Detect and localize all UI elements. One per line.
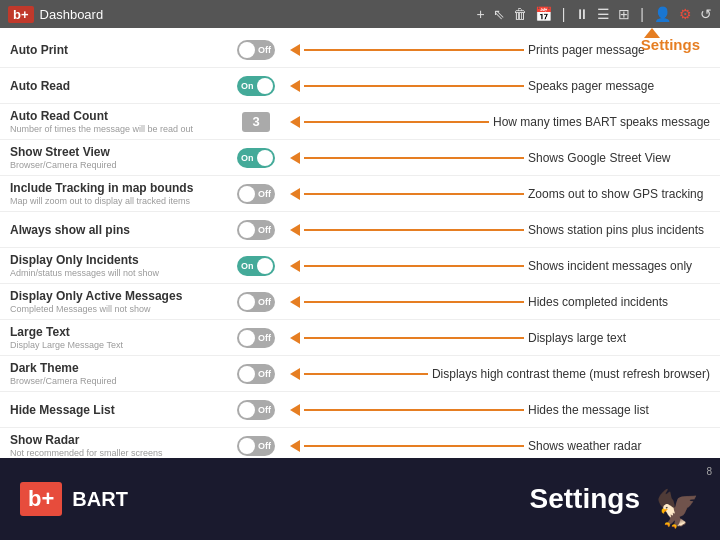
arrow-indicator: Shows incident messages only: [282, 259, 710, 273]
trash-icon[interactable]: 🗑: [513, 6, 527, 22]
top-bar: b+ Dashboard + ⇖ 🗑 📅 | ⏸ ☰ ⊞ | 👤 ⚙ ↺: [0, 0, 720, 28]
row-control[interactable]: Off: [230, 436, 282, 456]
row-control[interactable]: On: [230, 256, 282, 276]
row-sublabel: Number of times the message will be read…: [10, 124, 230, 134]
row-control[interactable]: Off: [230, 364, 282, 384]
add-icon[interactable]: +: [477, 6, 485, 22]
row-label-container: Auto Print: [10, 43, 230, 57]
arrow-line: [304, 121, 489, 123]
row-label: Always show all pins: [10, 223, 230, 237]
arrow-head: [290, 224, 300, 236]
toggle-off[interactable]: Off: [237, 292, 275, 312]
row-sublabel: Browser/Camera Required: [10, 376, 230, 386]
arrow-indicator: Displays high contrast theme (must refre…: [282, 367, 710, 381]
toggle-off[interactable]: Off: [237, 364, 275, 384]
toggle-knob: [239, 42, 255, 58]
toggle-on[interactable]: On: [237, 76, 275, 96]
arrow-line: [304, 265, 524, 267]
row-description: Hides the message list: [524, 403, 649, 417]
row-control[interactable]: 3: [230, 112, 282, 132]
number-badge[interactable]: 3: [242, 112, 270, 132]
row-description: Displays large text: [524, 331, 626, 345]
row-label-container: Hide Message List: [10, 403, 230, 417]
toggle-knob: [239, 402, 255, 418]
row-sublabel: Not recommended for smaller screens: [10, 448, 230, 458]
arrow-head: [290, 116, 300, 128]
grid-icon[interactable]: ⊞: [618, 6, 630, 22]
bottom-bird-icon: 🦅: [655, 488, 700, 530]
row-description: Shows weather radar: [524, 439, 641, 453]
row-control[interactable]: On: [230, 76, 282, 96]
list-icon[interactable]: ☰: [597, 6, 610, 22]
row-label: Auto Read Count: [10, 109, 230, 123]
toggle-knob: [239, 186, 255, 202]
toggle-on[interactable]: On: [237, 148, 275, 168]
arrow-indicator: Speaks pager message: [282, 79, 710, 93]
toggle-off[interactable]: Off: [237, 220, 275, 240]
toggle-on[interactable]: On: [237, 256, 275, 276]
row-sublabel: Display Large Message Text: [10, 340, 230, 350]
pause-icon[interactable]: ⏸: [575, 6, 589, 22]
row-label-container: Display Only IncidentsAdmin/status messa…: [10, 253, 230, 278]
row-label: Large Text: [10, 325, 230, 339]
bottom-bar: b+ BART Settings 🦅 8: [0, 458, 720, 540]
cursor-icon[interactable]: ⇖: [493, 6, 505, 22]
toggle-off[interactable]: Off: [237, 40, 275, 60]
top-bar-title: Dashboard: [40, 7, 104, 22]
arrow-line: [304, 157, 524, 159]
gear-icon[interactable]: ⚙: [679, 6, 692, 22]
row-description: Hides completed incidents: [524, 295, 668, 309]
row-label-container: Dark ThemeBrowser/Camera Required: [10, 361, 230, 386]
row-description: Zooms out to show GPS tracking: [524, 187, 703, 201]
toggle-off[interactable]: Off: [237, 184, 275, 204]
row-description: Speaks pager message: [524, 79, 654, 93]
row-description: Shows Google Street View: [524, 151, 671, 165]
row-label: Show Street View: [10, 145, 230, 159]
refresh-icon[interactable]: ↺: [700, 6, 712, 22]
arrow-head: [290, 80, 300, 92]
arrow-line: [304, 373, 428, 375]
setting-row: Display Only Active MessagesCompleted Me…: [0, 284, 720, 320]
row-description: Shows station pins plus incidents: [524, 223, 704, 237]
row-control[interactable]: Off: [230, 184, 282, 204]
setting-row: Hide Message ListOffHides the message li…: [0, 392, 720, 428]
row-label-container: Auto Read CountNumber of times the messa…: [10, 109, 230, 134]
row-label: Include Tracking in map bounds: [10, 181, 230, 195]
row-label-container: Always show all pins: [10, 223, 230, 237]
row-control[interactable]: Off: [230, 40, 282, 60]
arrow-head: [290, 188, 300, 200]
toggle-off[interactable]: Off: [237, 328, 275, 348]
row-label-container: Auto Read: [10, 79, 230, 93]
row-control[interactable]: Off: [230, 292, 282, 312]
row-control[interactable]: Off: [230, 220, 282, 240]
toggle-off[interactable]: Off: [237, 436, 275, 456]
toggle-off[interactable]: Off: [237, 400, 275, 420]
row-label: Hide Message List: [10, 403, 230, 417]
row-label: Display Only Incidents: [10, 253, 230, 267]
top-bar-icons: + ⇖ 🗑 📅 | ⏸ ☰ ⊞ | 👤 ⚙ ↺: [477, 6, 712, 22]
row-control[interactable]: On: [230, 148, 282, 168]
arrow-head: [290, 44, 300, 56]
calendar-icon[interactable]: 📅: [535, 6, 552, 22]
user-icon[interactable]: 👤: [654, 6, 671, 22]
setting-row: Include Tracking in map boundsMap will z…: [0, 176, 720, 212]
row-label-container: Display Only Active MessagesCompleted Me…: [10, 289, 230, 314]
row-control[interactable]: Off: [230, 328, 282, 348]
row-sublabel: Browser/Camera Required: [10, 160, 230, 170]
arrow-head: [290, 296, 300, 308]
page-number: 8: [706, 466, 712, 477]
setting-row: Always show all pinsOffShows station pin…: [0, 212, 720, 248]
arrow-indicator: Hides the message list: [282, 403, 710, 417]
setting-row: Large TextDisplay Large Message TextOffD…: [0, 320, 720, 356]
arrow-indicator: Shows Google Street View: [282, 151, 710, 165]
row-control[interactable]: Off: [230, 400, 282, 420]
bart-bird: 🦅: [655, 488, 700, 529]
row-label: Dark Theme: [10, 361, 230, 375]
arrow-line: [304, 409, 524, 411]
bottom-settings-label: Settings: [530, 483, 640, 515]
arrow-head: [290, 440, 300, 452]
setting-row: Display Only IncidentsAdmin/status messa…: [0, 248, 720, 284]
toggle-knob: [239, 222, 255, 238]
arrow-head: [290, 332, 300, 344]
arrow-line: [304, 193, 524, 195]
